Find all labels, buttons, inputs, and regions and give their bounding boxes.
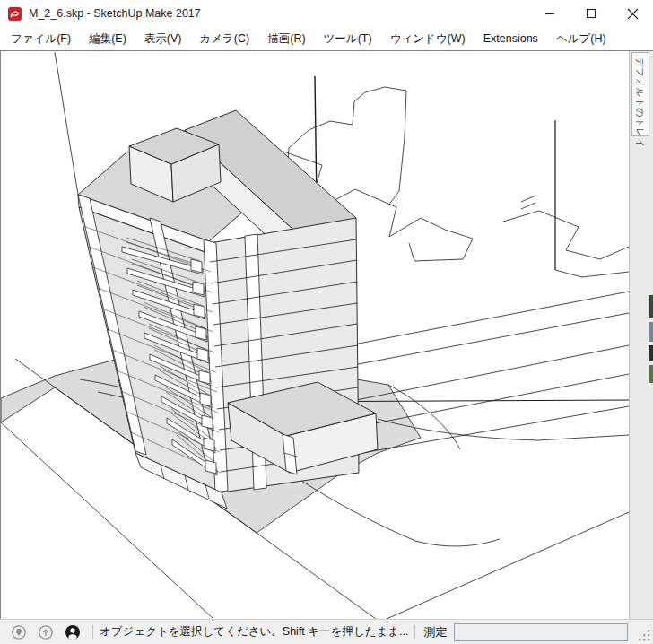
menu-extensions[interactable]: Extensions <box>475 29 547 48</box>
menu-camera[interactable]: カメラ(C) <box>190 28 258 50</box>
status-bar: オブジェクトを選択してください。Shift キーを押したまま... 測定 <box>0 619 653 644</box>
tray-peek-fragment <box>649 322 653 342</box>
tray-peek-fragment <box>649 295 653 318</box>
maximize-button[interactable] <box>570 0 612 27</box>
building-model <box>78 110 378 509</box>
menu-file[interactable]: ファイル(F) <box>2 28 80 50</box>
minimize-icon <box>544 8 555 19</box>
minimize-button[interactable] <box>529 0 570 27</box>
window-controls <box>529 0 653 27</box>
status-separator <box>414 625 415 639</box>
status-separator <box>92 625 93 639</box>
menu-bar: ファイル(F) 編集(E) 表示(V) カメラ(C) 描画(R) ツール(T) … <box>0 27 653 50</box>
tray-peek-fragment <box>649 345 653 361</box>
resize-grip[interactable] <box>639 630 650 641</box>
menu-edit[interactable]: 編集(E) <box>80 28 135 50</box>
model-canvas[interactable] <box>1 51 629 619</box>
default-tray-tab-label: デフォルトのトレイ <box>633 57 646 148</box>
tray-peek-fragment <box>649 365 653 383</box>
sign-in-icon[interactable] <box>65 624 81 640</box>
geolocation-icon[interactable] <box>11 624 27 640</box>
close-button[interactable] <box>612 0 653 27</box>
main-area: デフォルトのトレイ <box>0 50 653 619</box>
menu-window[interactable]: ウィンドウ(W) <box>381 28 475 50</box>
close-icon <box>627 8 639 20</box>
menu-view[interactable]: 表示(V) <box>135 28 191 50</box>
default-tray-tab[interactable]: デフォルトのトレイ <box>631 52 649 136</box>
model-viewport[interactable] <box>0 51 629 619</box>
menu-draw[interactable]: 描画(R) <box>258 28 314 50</box>
menu-help[interactable]: ヘルプ(H) <box>547 28 615 50</box>
title-bar: M_2_6.skp - SketchUp Make 2017 <box>0 0 653 27</box>
measurement-label: 測定 <box>423 624 447 640</box>
maximize-icon <box>586 8 596 19</box>
measurement-input[interactable] <box>454 623 628 641</box>
tray-strip: デフォルトのトレイ <box>629 51 653 619</box>
sketchup-logo-icon <box>8 7 22 21</box>
window-title: M_2_6.skp - SketchUp Make 2017 <box>29 7 529 20</box>
menu-tools[interactable]: ツール(T) <box>315 28 381 50</box>
status-message: オブジェクトを選択してください。Shift キーを押したまま... <box>100 624 408 640</box>
claim-credit-icon[interactable] <box>38 624 54 640</box>
